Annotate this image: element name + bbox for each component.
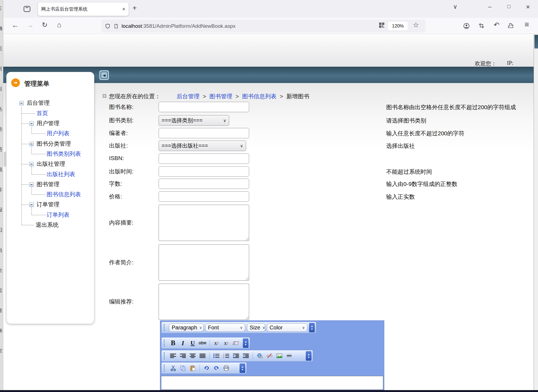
horizontal-rule-icon[interactable] (285, 352, 293, 360)
eraser-icon[interactable] (232, 339, 240, 347)
toolbar-grip-icon[interactable] (164, 365, 166, 372)
publish-date-input[interactable] (159, 166, 249, 177)
publisher-hint: 选择出版社 (386, 142, 415, 150)
insert-image-icon[interactable] (275, 352, 283, 360)
reload-button[interactable]: ↻ (40, 21, 49, 29)
toolbar-grip-icon[interactable] (164, 352, 166, 359)
sidebar-item-category-list[interactable]: 图书类别列表 (47, 150, 81, 158)
underline-button[interactable]: U (189, 339, 197, 347)
sidebar-item-category-mgmt[interactable]: 图书分类管理 (37, 140, 71, 148)
sidebar-notch[interactable] (4, 152, 7, 167)
firefox-view-icon[interactable] (23, 5, 31, 13)
new-tab-button[interactable]: + (132, 4, 137, 12)
indent-icon[interactable] (232, 352, 240, 360)
vertical-scrollbar[interactable] (534, 34, 538, 390)
sidebar-item-publisher-list[interactable]: 出版社列表 (47, 170, 75, 178)
bold-button[interactable]: B (169, 339, 177, 347)
background-window-sliver: E 轉 至 刂 目 丛 些 培 墙 非 报 旧 当 全 旨 量 林 世 (0, 0, 3, 392)
sidebar-item-order-list[interactable]: 订单列表 (47, 211, 69, 219)
screenshot-crop-icon[interactable] (479, 23, 484, 29)
page-info-icon[interactable] (114, 24, 118, 28)
window-maximize-button[interactable]: □ (504, 4, 513, 10)
book-name-input[interactable] (159, 102, 249, 112)
align-left-icon[interactable] (169, 352, 177, 360)
isbn-input[interactable] (159, 154, 249, 164)
justify-icon[interactable] (198, 352, 207, 360)
publisher-select[interactable]: ===选择出版社=== ∨ (159, 140, 246, 151)
toolbar-overflow-button[interactable]: »▼ (309, 323, 315, 332)
tab-close-icon[interactable]: × (122, 6, 125, 12)
summary-textarea[interactable] (159, 205, 249, 241)
outdent-icon[interactable] (242, 352, 250, 360)
paste-icon[interactable] (189, 364, 197, 372)
account-icon[interactable] (463, 23, 470, 29)
print-icon[interactable] (222, 364, 230, 372)
hamburger-menu-icon[interactable]: ≡ (522, 20, 531, 29)
extensions-puzzle-icon[interactable] (507, 23, 513, 29)
redo-icon[interactable] (212, 364, 220, 372)
align-right-icon[interactable] (179, 352, 187, 360)
zoom-level-chip[interactable]: 120% (388, 22, 408, 30)
copy-icon[interactable] (179, 364, 187, 372)
font-dropdown[interactable]: Font ∨ (205, 323, 245, 332)
toolbar-grip-icon[interactable] (164, 339, 166, 347)
tree-substem (31, 207, 32, 215)
sidebar-item-book-mgmt[interactable]: 图书管理 (37, 180, 59, 188)
book-category-select[interactable]: ===选择类别=== ∨ (159, 115, 229, 126)
word-count-input[interactable] (159, 179, 249, 189)
editor-content-area[interactable] (161, 376, 383, 390)
shield-icon[interactable] (105, 24, 110, 29)
subscript-button[interactable]: x2 (222, 339, 230, 347)
color-dropdown[interactable]: Color ∨ (267, 323, 307, 332)
sidebar-item-publisher-mgmt[interactable]: 出版社管理 (37, 160, 65, 168)
toolbar-overflow-button[interactable]: »▼ (243, 338, 249, 348)
strikethrough-button[interactable]: abe (198, 339, 207, 347)
qr-grid-icon[interactable] (379, 22, 385, 28)
home-button[interactable]: ⌂ (55, 21, 64, 29)
paragraph-dropdown[interactable]: Paragraph ∨ (169, 323, 204, 332)
numbered-list-icon[interactable]: 123 (222, 352, 230, 360)
editor-recommend-textarea[interactable] (159, 284, 249, 320)
sidebar-item-exit-system[interactable]: 退出系统 (36, 221, 59, 229)
italic-button[interactable]: I (179, 339, 187, 347)
tree-collapse-box[interactable] (19, 101, 24, 105)
breadcrumb-link-backend[interactable]: 后台管理 (177, 93, 200, 100)
sidebar-item-order-mgmt[interactable]: 订单管理 (37, 201, 59, 208)
remove-link-icon[interactable] (265, 352, 274, 360)
toolbar-overflow-button[interactable]: »▼ (306, 351, 312, 361)
window-close-button[interactable]: × (523, 3, 533, 11)
author-input[interactable] (159, 128, 249, 138)
sidebar-item-book-list[interactable]: 图书信息列表 (47, 191, 81, 198)
back-button[interactable]: ← (11, 21, 20, 29)
browser-tab[interactable]: 网上书店后台管理系统 × (38, 2, 129, 16)
breadcrumb-link-book-mgmt[interactable]: 图书管理 (209, 93, 232, 100)
sidebar-collapse-button[interactable]: ◀ (99, 70, 109, 80)
tree-collapse-box[interactable] (29, 203, 34, 207)
sidebar-item-backend-admin[interactable]: 后台管理 (27, 99, 50, 107)
tree-collapse-box[interactable] (29, 142, 34, 146)
price-input[interactable] (159, 191, 249, 202)
tree-collapse-box[interactable] (29, 162, 34, 166)
sidebar-item-home[interactable]: 首页 (37, 109, 48, 117)
tree-collapse-box[interactable] (29, 121, 34, 126)
align-center-icon[interactable] (189, 352, 197, 360)
window-minimize-button[interactable]: – (485, 3, 494, 10)
toolbar-grip-icon[interactable] (164, 324, 166, 331)
undo-icon[interactable] (202, 364, 211, 372)
cut-icon[interactable] (169, 364, 177, 372)
url-bar[interactable]: localhost:3581/AdminPlatform/AddNewBook.… (101, 20, 426, 32)
toolbar-overflow-button[interactable]: »▼ (240, 363, 245, 373)
author-bio-textarea[interactable] (159, 244, 249, 281)
insert-link-icon[interactable] (256, 352, 264, 360)
superscript-button[interactable]: x2 (212, 339, 220, 347)
history-undo-icon[interactable]: ↶ (492, 21, 501, 29)
tree-collapse-box[interactable] (29, 182, 34, 187)
sidebar-item-user-mgmt[interactable]: 用户管理 (37, 120, 59, 127)
bullet-list-icon[interactable] (212, 352, 220, 360)
bookmark-star-icon[interactable]: ☆ (412, 21, 420, 29)
sidebar-item-user-list[interactable]: 用户列表 (47, 130, 69, 137)
forward-button[interactable]: → (26, 21, 35, 29)
size-dropdown[interactable]: Size ∨ (247, 323, 265, 332)
breadcrumb-link-book-list[interactable]: 图书信息列表 (242, 93, 277, 100)
list-all-tabs-chevron-icon[interactable]: ∨ (451, 3, 460, 10)
